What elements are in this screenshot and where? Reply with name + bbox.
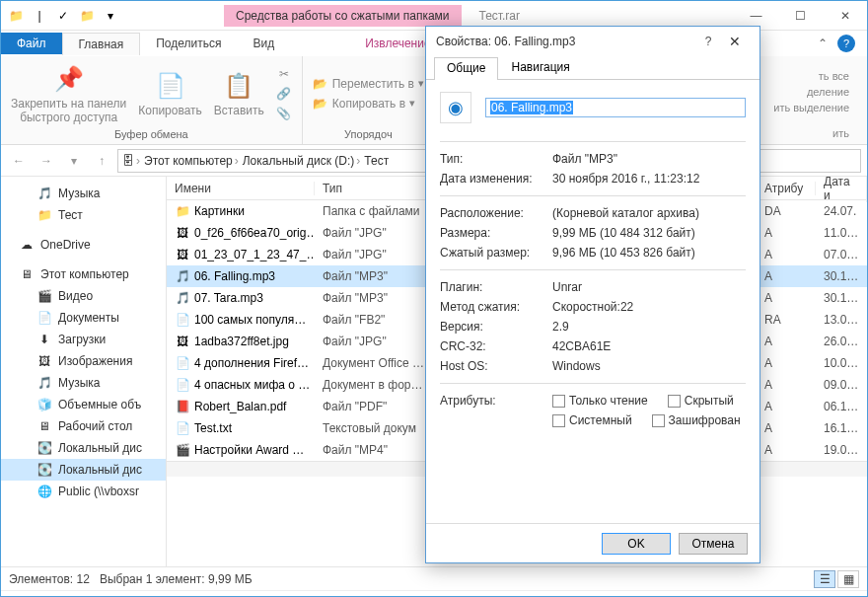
view-details-button[interactable]: ☰ (814, 570, 835, 588)
sidebar-item-music[interactable]: 🎵Музыка (1, 183, 166, 204)
paste-shortcut-button[interactable]: 📎 (272, 105, 296, 122)
file-date: 06.12.2 (816, 400, 867, 413)
window-title: Тест.rar (479, 9, 521, 23)
sidebar-item-thispc[interactable]: 🖥Этот компьютер (1, 263, 166, 285)
checkbox-encrypted[interactable]: Зашифрован (652, 413, 741, 427)
file-date: 30.11.2 (816, 291, 867, 305)
qat-folder-icon[interactable]: 📁 (76, 5, 98, 27)
sidebar-item-localdisk[interactable]: 💽Локальный дис (1, 437, 166, 459)
copy-button[interactable]: 📄 Копировать (134, 68, 206, 119)
checkbox-hidden[interactable]: Скрытый (668, 394, 734, 408)
file-icon: 📄 (175, 377, 190, 393)
checkbox-system[interactable]: Системный (552, 413, 632, 427)
shortcut-icon: 📎 (276, 106, 292, 121)
ribbon-expand-icon[interactable]: ⌃ (818, 37, 828, 50)
sidebar-item-test[interactable]: 📁Тест (1, 204, 166, 226)
dialog-tab-navigation[interactable]: Навигация (498, 56, 582, 79)
maximize-button[interactable]: ☐ (778, 2, 823, 30)
file-name: 4 опасных мифа о … (194, 378, 310, 392)
pin-button[interactable]: 📌 Закрепить на панели быстрого доступа (7, 61, 130, 126)
file-name: Robert_Balan.pdf (194, 400, 286, 413)
history-dropdown[interactable]: ▾ (62, 149, 86, 173)
value-type: Файл "MP3" (552, 152, 746, 166)
cut-icon: ✂ (276, 66, 292, 82)
copy-to-button[interactable]: 📂Копировать в ▾ (309, 95, 428, 112)
sidebar-item-video[interactable]: 🎬Видео (1, 285, 166, 307)
sidebar-item-music2[interactable]: 🎵Музыка (1, 372, 166, 394)
copy-path-button[interactable]: 🔗 (272, 85, 296, 103)
crumb-thispc[interactable]: Этот компьютер (144, 154, 233, 168)
sidebar-item-onedrive[interactable]: ☁OneDrive (1, 234, 166, 256)
move-icon: 📂 (313, 76, 328, 92)
file-attr: A (757, 291, 816, 305)
disk-icon: 💽 (36, 462, 52, 478)
file-date: 30.11.2 (816, 269, 867, 283)
value-plugin: Unrar (552, 280, 746, 294)
label-attributes: Атрибуты: (440, 394, 552, 427)
column-date[interactable]: Дата и (816, 177, 867, 202)
file-attr: A (757, 421, 816, 435)
checkbox-readonly[interactable]: Только чтение (552, 394, 648, 408)
qat-dropdown-icon[interactable]: ▾ (100, 5, 121, 27)
folder-icon[interactable]: 📁 (5, 5, 27, 27)
tab-home[interactable]: Главная (62, 33, 141, 55)
copy-icon: 📄 (155, 70, 186, 102)
crumb-disk[interactable]: Локальный диск (D:) (243, 154, 355, 168)
paste-button[interactable]: 📋 Вставить (210, 68, 268, 119)
sidebar-item-3dobjects[interactable]: 🧊Объемные объ (1, 394, 166, 415)
status-selected: Выбран 1 элемент: 9,99 МБ (100, 572, 253, 586)
dialog-tab-general[interactable]: Общие (434, 57, 498, 80)
column-attributes[interactable]: Атрибу (757, 182, 816, 195)
tab-share[interactable]: Поделиться (140, 33, 237, 54)
sidebar-item-desktop[interactable]: 🖥Рабочий стол (1, 415, 166, 437)
sidebar-item-downloads[interactable]: ⬇Загрузки (1, 329, 166, 350)
cube-icon: 🧊 (36, 397, 52, 412)
value-hostos: Windows (552, 359, 746, 373)
label-crc: CRC-32: (440, 339, 552, 353)
tab-file[interactable]: Файл (1, 33, 62, 54)
crumb-test[interactable]: Тест (364, 154, 389, 168)
file-icon: 🎬 (175, 442, 190, 458)
tab-view[interactable]: Вид (237, 33, 290, 54)
back-button[interactable]: ← (7, 149, 31, 173)
dialog-help-button[interactable]: ? (696, 35, 720, 48)
file-icon: 🖼 (175, 247, 190, 262)
ok-button[interactable]: OK (602, 533, 671, 555)
group-label-organize: Упорядоч (309, 128, 428, 142)
file-name: 100 самых популя… (194, 313, 306, 327)
navigation-pane: 🎵Музыка 📁Тест ☁OneDrive 🖥Этот компьютер … (1, 177, 167, 566)
file-attr: RA (757, 313, 816, 327)
up-button[interactable]: ↑ (90, 149, 113, 173)
qat-check-icon[interactable]: ✓ (52, 5, 74, 27)
sidebar-item-documents[interactable]: 📄Документы (1, 307, 166, 329)
view-icons-button[interactable]: ▦ (837, 570, 859, 588)
file-attr: A (757, 378, 816, 392)
file-type-icon: ◉ (440, 92, 471, 123)
file-attr: A (757, 226, 816, 240)
file-attr: A (757, 400, 816, 413)
dialog-buttons: OK Отмена (426, 523, 760, 562)
file-icon: 📄 (175, 420, 190, 436)
move-to-button[interactable]: 📂Переместить в ▾ (309, 75, 428, 93)
file-date: 11.02.2 (816, 226, 867, 240)
pin-icon: 📌 (53, 63, 85, 95)
dialog-close-button[interactable]: ✕ (720, 34, 750, 49)
help-icon[interactable]: ? (837, 35, 855, 52)
filename-field[interactable]: 06. Falling.mp3 (485, 98, 746, 117)
sidebar-item-localdisk2[interactable]: 💽Локальный дис (1, 459, 166, 481)
sidebar-item-pictures[interactable]: 🖼Изображения (1, 350, 166, 372)
network-icon: 🌐 (36, 484, 52, 499)
close-button[interactable]: ✕ (823, 2, 867, 30)
breadcrumb-archive-icon[interactable]: 🗄 (122, 154, 134, 168)
disk-icon: 💽 (36, 440, 52, 456)
forward-button[interactable]: → (35, 149, 58, 173)
file-date: 09.03.2 (816, 378, 867, 392)
cut-button[interactable]: ✂ (272, 65, 296, 83)
copyto-icon: 📂 (313, 96, 328, 112)
file-attr: A (757, 335, 816, 348)
cancel-button[interactable]: Отмена (679, 533, 748, 555)
file-date: 10.07.2 (816, 356, 867, 370)
sidebar-item-public[interactable]: 🌐Public (\\vboxsr (1, 481, 166, 502)
obscured-text-1: ть все (819, 70, 849, 82)
column-name[interactable]: Имени (167, 182, 315, 195)
